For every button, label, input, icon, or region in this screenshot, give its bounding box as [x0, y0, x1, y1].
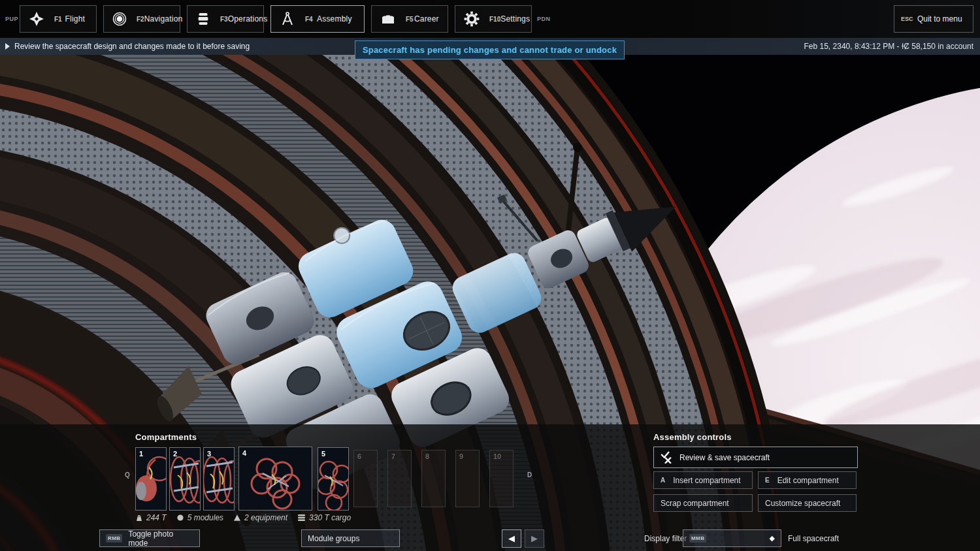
button-label: Toggle photo mode	[128, 529, 193, 548]
stat-text: 330 T cargo	[309, 513, 351, 522]
scrap-compartment-button[interactable]: Scrap compartment	[653, 494, 753, 512]
next-compartment-arrow-button[interactable]: ▶	[525, 529, 544, 548]
gear-icon	[463, 10, 480, 27]
compartment-slot-empty[interactable]: 6	[353, 450, 378, 507]
drafting-compass-icon	[279, 10, 296, 27]
insert-compartment-button[interactable]: A Insert compartment	[653, 471, 753, 489]
module-groups-button[interactable]: Module groups	[301, 529, 400, 547]
compartments-title: Compartments	[135, 432, 197, 442]
slot-number: 5	[321, 450, 325, 458]
pending-changes-notification: Spacecraft has pending changes and canno…	[355, 40, 625, 59]
equipment-stat: 2 equipment	[233, 513, 287, 522]
tab-operations[interactable]: F3 Operations	[187, 5, 264, 33]
mass-stat: 244 T	[135, 513, 167, 522]
slot-number: 9	[459, 452, 463, 460]
tab-key: F2	[137, 16, 144, 23]
display-filter-value: Full spacecraft	[788, 534, 839, 543]
tab-key: F10	[489, 16, 500, 23]
button-label: Edit compartment	[777, 476, 839, 485]
compartment-prev-key-hint: Q	[125, 471, 130, 479]
tab-label: Assembly	[313, 14, 356, 24]
slot-number: 1	[139, 450, 143, 458]
slot-number: 8	[425, 452, 429, 460]
clock-and-account: Feb 15, 2340, 8:43:12 PM - ƗȻ 58,150 in …	[804, 38, 974, 55]
stat-text: 5 modules	[188, 513, 223, 522]
key-hint-e: E	[765, 477, 770, 484]
quit-label: Quit to menu	[913, 14, 966, 24]
compartment-slot-empty[interactable]: 7	[387, 450, 412, 507]
tab-key: F5	[406, 16, 414, 23]
review-save-spacecraft-button[interactable]: Review & save spacecraft	[653, 447, 858, 468]
tab-label: Flight	[62, 14, 88, 24]
tab-assembly[interactable]: F4 Assembly	[270, 5, 365, 33]
slot-number: 6	[357, 452, 361, 460]
assembly-controls-title: Assembly controls	[653, 432, 732, 442]
compartment-slot[interactable]: 3	[203, 447, 235, 511]
display-filter-label: Display filter	[644, 534, 687, 543]
button-label: Module groups	[308, 534, 359, 543]
tab-career[interactable]: F5 Career	[371, 5, 448, 33]
slot-number: 7	[391, 452, 395, 460]
compartment-thumbnail	[239, 447, 312, 511]
rmb-key-hint: RMB	[106, 534, 122, 543]
target-circles-icon	[112, 10, 127, 27]
page-down-key-hint: PDN	[537, 16, 551, 22]
modules-icon	[176, 514, 184, 522]
quit-to-menu-button[interactable]: ESC Quit to menu	[894, 5, 973, 33]
compartment-slot-empty[interactable]: 8	[421, 450, 446, 507]
tab-label: Navigation	[144, 14, 183, 24]
slot-number: 3	[207, 450, 211, 458]
tab-key: F4	[305, 16, 313, 23]
cargo-stat: 330 T cargo	[297, 513, 351, 522]
compartment-slot[interactable]: 1	[135, 447, 167, 511]
compartment-slot[interactable]: 2	[169, 447, 201, 511]
button-label: Customize spacecraft	[765, 499, 840, 508]
customize-spacecraft-button[interactable]: Customize spacecraft	[758, 494, 857, 512]
equipment-icon	[233, 514, 241, 522]
mass-icon	[135, 514, 143, 522]
page-up-key-hint: PUP	[5, 16, 18, 22]
tab-flight[interactable]: F1 Flight	[20, 5, 97, 33]
tab-key: F1	[54, 16, 62, 23]
slot-number: 2	[173, 450, 177, 458]
compartment-slot[interactable]: 4	[238, 447, 312, 511]
spacecraft-stats: 244 T 5 modules 2 equipment 330 T cargo	[135, 513, 351, 522]
tab-label: Settings	[500, 14, 530, 24]
cargo-icon	[297, 514, 306, 522]
tab-settings[interactable]: F10 Settings	[455, 5, 532, 33]
slot-number: 4	[242, 449, 246, 457]
modules-stat: 5 modules	[176, 513, 223, 522]
stat-text: 244 T	[146, 513, 167, 522]
tab-label: Operations	[228, 14, 268, 24]
edit-compartment-button[interactable]: E Edit compartment	[758, 471, 857, 489]
play-icon	[5, 43, 10, 50]
check-x-icon	[661, 451, 673, 464]
compartment-slot[interactable]: 5	[318, 447, 349, 511]
hint: Review the spacecraft design and changes…	[0, 42, 250, 51]
barrel-icon	[195, 10, 211, 27]
tab-key: F3	[220, 16, 228, 23]
toggle-photo-mode-button[interactable]: RMB Toggle photo mode	[99, 529, 200, 547]
compartment-next-key-hint: D	[527, 471, 532, 479]
top-menu-bar: PUP PDN F1 Flight F2 Navigation F3 Opera…	[0, 0, 980, 38]
briefcase-icon	[380, 10, 397, 27]
diamond-icon: ◆	[770, 534, 775, 543]
compartment-slot-empty[interactable]: 10	[489, 450, 514, 507]
slot-number: 10	[493, 452, 501, 460]
hint-text: Review the spacecraft design and changes…	[14, 42, 250, 51]
button-label: Insert compartment	[673, 476, 740, 485]
key-hint-a: A	[661, 477, 665, 484]
mmb-key-hint: MMB	[689, 534, 706, 543]
display-filter-button[interactable]: MMB ◆	[683, 529, 781, 547]
stat-text: 2 equipment	[244, 513, 287, 522]
compartment-slot-empty[interactable]: 9	[455, 450, 480, 507]
button-label: Review & save spacecraft	[679, 453, 770, 462]
esc-key-hint: ESC	[901, 16, 913, 22]
assembly-screen: PUP PDN F1 Flight F2 Navigation F3 Opera…	[0, 0, 980, 551]
tab-navigation[interactable]: F2 Navigation	[103, 5, 180, 33]
prev-compartment-arrow-button[interactable]: ◀	[502, 529, 521, 548]
tab-label: Career	[414, 14, 440, 24]
compass-star-icon	[28, 10, 45, 27]
button-label: Scrap compartment	[661, 499, 729, 508]
